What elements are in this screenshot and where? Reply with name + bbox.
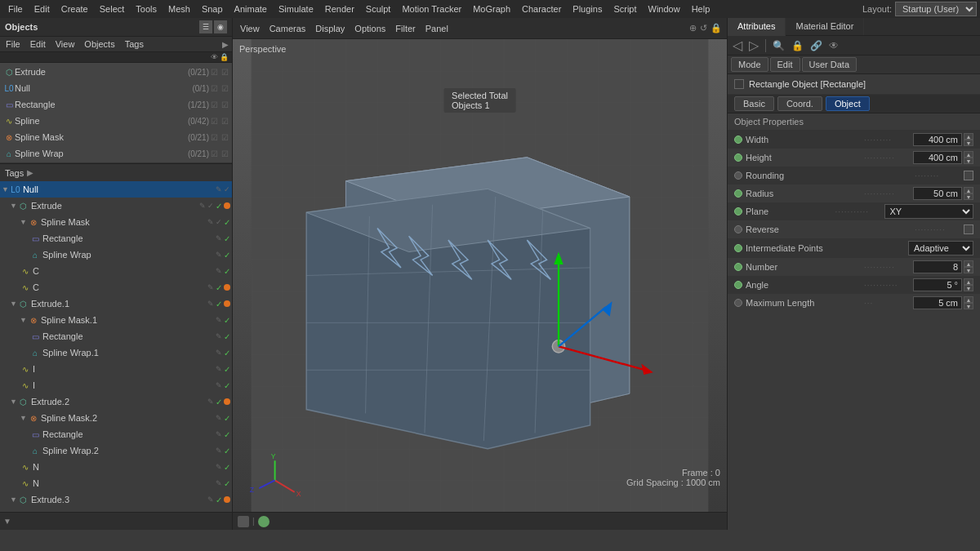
plane-select[interactable]: XY XZ YZ — [884, 204, 974, 219]
menu-simulate[interactable]: Simulate — [274, 2, 318, 16]
vp-filter[interactable]: Filter — [393, 23, 417, 34]
tree-rect-2[interactable]: ▭ Rectangle ✎ ✓ — [0, 328, 232, 344]
objects-toolbar-btn1[interactable]: ☰ — [199, 20, 212, 33]
tree-c-2[interactable]: ∿ C ✎ ✓ — [0, 279, 232, 295]
angle-spin-down[interactable]: ▼ — [964, 285, 973, 291]
tree-null[interactable]: ▼ L0 Null ✎ ✓ — [0, 181, 232, 198]
rect-checkbox[interactable] — [734, 79, 744, 89]
menu-window[interactable]: Window — [644, 2, 685, 16]
vp-icon-move[interactable]: ⊕ — [689, 23, 697, 33]
subbar-tags[interactable]: Tags — [122, 38, 146, 50]
menu-file[interactable]: File — [3, 2, 28, 16]
reverse-checkbox[interactable] — [964, 224, 973, 234]
number-spin-down[interactable]: ▼ — [964, 267, 973, 273]
vp-icon-rot[interactable]: ↺ — [700, 23, 707, 33]
null-expand-icon[interactable]: ▼ — [2, 185, 9, 193]
tree-wrap-1[interactable]: ⌂ Spline Wrap ✎ ✓ — [0, 247, 232, 263]
menu-motion-tracker[interactable]: Motion Tracker — [397, 2, 466, 16]
angle-radio[interactable] — [734, 281, 742, 289]
menu-edit[interactable]: Edit — [29, 2, 55, 16]
smask-expand-icon[interactable]: ▼ — [20, 218, 27, 226]
attr-fwd-icon[interactable]: ▷ — [749, 38, 759, 53]
ip-select[interactable]: Adaptive Uniform None — [908, 241, 973, 256]
menu-mograph[interactable]: MoGraph — [468, 2, 515, 16]
radius-spin-down[interactable]: ▼ — [964, 193, 973, 200]
rounding-checkbox[interactable] — [964, 171, 973, 180]
vp-cameras[interactable]: Cameras — [267, 23, 309, 34]
attr-link-icon[interactable]: 🔗 — [810, 40, 822, 51]
subbar-file[interactable]: File — [3, 38, 23, 50]
extrude3-expand-icon[interactable]: ▼ — [10, 495, 17, 504]
smask2-expand-icon[interactable]: ▼ — [20, 414, 27, 422]
extrude2-expand-icon[interactable]: ▼ — [10, 398, 17, 406]
tab-material-editor[interactable]: Material Editor — [786, 18, 864, 35]
tree-smask2[interactable]: ▼ ⊗ Spline Mask.2 ✎ ✓ — [0, 410, 232, 426]
prop-tab-coord[interactable]: Coord. — [777, 96, 822, 111]
number-radio[interactable] — [734, 263, 742, 271]
subtab-mode[interactable]: Mode — [731, 57, 768, 72]
list-item-null[interactable]: L0 Null (0/1) ☑ ☑ — [0, 80, 232, 96]
menu-tools[interactable]: Tools — [131, 2, 162, 16]
vp-icon-lock[interactable]: 🔒 — [710, 23, 722, 33]
ip-radio[interactable] — [734, 244, 742, 252]
attr-lock-icon[interactable]: 🔒 — [791, 40, 804, 51]
maxlen-radio[interactable] — [734, 299, 742, 307]
objects-toolbar-btn2[interactable]: ◉ — [214, 20, 227, 33]
tree-extrude1[interactable]: ▼ ⬡ Extrude.1 ✎ ✓ — [0, 295, 232, 312]
tree-extrude[interactable]: ▼ ⬡ Extrude ✎ ✓ ✓ — [0, 198, 232, 214]
list-item-spline[interactable]: ∿ Spline (0/42) ☑ ☑ — [0, 113, 232, 129]
height-radio[interactable] — [734, 153, 742, 162]
tree-rect-1[interactable]: ▭ Rectangle ✎ ✓ — [0, 230, 232, 247]
menu-select[interactable]: Select — [95, 2, 130, 16]
menu-create[interactable]: Create — [56, 2, 93, 16]
vp-options[interactable]: Options — [352, 23, 388, 34]
menu-sculpt[interactable]: Sculpt — [361, 2, 396, 16]
height-spin-down[interactable]: ▼ — [964, 158, 973, 164]
tree-extrude3[interactable]: ▼ ⬡ Extrude.3 ✎ ✓ — [0, 491, 232, 508]
prop-tab-object[interactable]: Object — [826, 96, 870, 111]
width-input[interactable] — [913, 133, 962, 146]
menu-snap[interactable]: Snap — [197, 2, 228, 16]
maxlen-input[interactable] — [913, 296, 962, 309]
maxlen-spin-down[interactable]: ▼ — [964, 303, 973, 309]
subtab-edit[interactable]: Edit — [770, 57, 800, 72]
smask1-expand-icon[interactable]: ▼ — [20, 316, 27, 324]
extrude1-expand-icon[interactable]: ▼ — [10, 300, 17, 308]
menu-script[interactable]: Script — [608, 2, 641, 16]
menu-plugins[interactable]: Plugins — [568, 2, 607, 16]
list-item-rectangle[interactable]: ▭ Rectangle (1/21) ☑ ☑ — [0, 96, 232, 113]
reverse-radio[interactable] — [734, 225, 742, 233]
tab-attributes[interactable]: Attributes — [728, 18, 786, 36]
vp-view[interactable]: View — [238, 23, 262, 34]
viewport-3d[interactable]: Perspective — [233, 39, 727, 512]
tree-i-1[interactable]: ∿ I ✎ ✓ — [0, 361, 232, 377]
prop-tab-basic[interactable]: Basic — [734, 96, 774, 111]
number-input[interactable] — [913, 260, 962, 273]
vp-panel[interactable]: Panel — [423, 23, 451, 34]
menu-render[interactable]: Render — [320, 2, 359, 16]
layout-dropdown[interactable]: Startup (User) — [895, 2, 977, 16]
subtab-user-data[interactable]: User Data — [802, 57, 858, 72]
attr-eye-icon[interactable]: 👁 — [829, 40, 839, 51]
width-radio[interactable] — [734, 136, 742, 144]
list-item-extrude[interactable]: ⬡ Extrude (0/21) ☑ ☑ — [0, 64, 232, 80]
tree-extrude2[interactable]: ▼ ⬡ Extrude.2 ✎ ✓ — [0, 393, 232, 410]
subbar-objects[interactable]: Objects — [82, 38, 117, 50]
plane-radio[interactable] — [734, 207, 742, 216]
menu-animate[interactable]: Animate — [229, 2, 272, 16]
menu-help[interactable]: Help — [687, 2, 715, 16]
list-item-spline-mask[interactable]: ⊗ Spline Mask (0/21) ☑ ☑ — [0, 129, 232, 145]
attr-search-icon[interactable]: 🔍 — [773, 40, 785, 51]
tree-n-1[interactable]: ∿ N ✎ ✓ — [0, 459, 232, 475]
tree-wrap2[interactable]: ⌂ Spline Wrap.1 ✎ ✓ — [0, 344, 232, 361]
height-spin-up[interactable]: ▲ — [964, 151, 973, 158]
tree-rect-3[interactable]: ▭ Rectangle ✎ ✓ — [0, 426, 232, 442]
menu-mesh[interactable]: Mesh — [163, 2, 195, 16]
tree-i-2[interactable]: ∿ I ✎ ✓ — [0, 377, 232, 393]
menu-character[interactable]: Character — [517, 2, 566, 16]
extrude-expand-icon[interactable]: ▼ — [10, 202, 17, 210]
subbar-edit[interactable]: Edit — [28, 38, 48, 50]
tree-spline-mask[interactable]: ▼ ⊗ Spline Mask ✎ ✓ ✓ — [0, 214, 232, 230]
rounding-radio[interactable] — [734, 171, 742, 180]
radius-radio[interactable] — [734, 189, 742, 198]
